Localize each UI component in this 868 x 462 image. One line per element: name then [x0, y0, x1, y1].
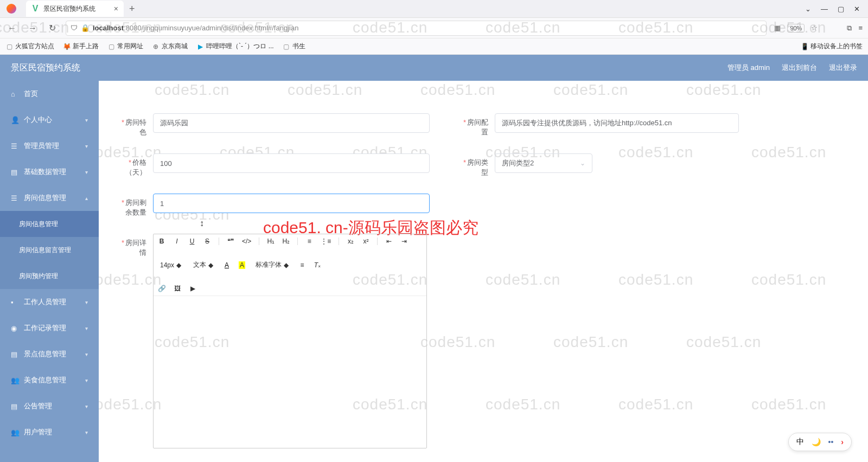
clear-format-button[interactable]: Tₓ — [314, 261, 321, 269]
label-room-type: *房间类型 — [457, 153, 488, 177]
window-minimize-icon[interactable]: — — [821, 5, 828, 13]
chevron-down-icon: ▾ — [85, 403, 88, 409]
input-remain[interactable] — [153, 194, 430, 213]
image-button[interactable]: 🖼 — [174, 285, 181, 292]
window-close-icon[interactable]: ✕ — [854, 5, 860, 13]
ul-button[interactable]: ⋮≡ — [321, 238, 331, 245]
database-icon: ▤ — [11, 168, 18, 176]
sidebar: ⌂首页 👤个人中心▾ ☰管理员管理▾ ▤基础数据管理▾ ☰房间信息管理▴ 房间信… — [0, 81, 99, 462]
sidebar-item-notice[interactable]: ▤公告管理▾ — [0, 393, 99, 419]
field-room-type: *房间类型 房间类型2 ⌄ — [457, 153, 739, 177]
sidebar-item-admin[interactable]: ☰管理员管理▾ — [0, 133, 99, 159]
field-detail: *房间详情 B I U S ❝❞ </> — [115, 234, 852, 448]
menu-icon[interactable]: ≡ — [858, 24, 863, 32]
sidebar-item-room-info[interactable]: 房间信息管理 — [0, 211, 99, 237]
sidebar-item-spot[interactable]: ▤景点信息管理▾ — [0, 341, 99, 367]
outdent-button[interactable]: ⇥ — [400, 238, 408, 245]
exit-front-button[interactable]: 退出到前台 — [782, 63, 817, 73]
window-chevron-icon[interactable]: ⌄ — [805, 5, 811, 13]
italic-button[interactable]: I — [173, 238, 181, 245]
browser-tab[interactable]: V 景区民宿预约系统 × — [26, 1, 124, 17]
nav-forward-icon[interactable]: → — [26, 21, 39, 35]
ime-toolbar[interactable]: 中 🌙 •• › — [788, 433, 852, 451]
font-size-select[interactable]: 14px ◆ — [158, 261, 183, 269]
sidebar-item-room-book[interactable]: 房间预约管理 — [0, 263, 99, 289]
bookmark-item[interactable]: ▢常用网址 — [107, 42, 143, 51]
align-button[interactable]: ≡ — [298, 261, 306, 269]
url-text: localhost:8080/jingquminsuyuyue/admin/di… — [93, 24, 298, 32]
nav-back-icon[interactable]: ← — [5, 21, 18, 35]
input-price[interactable] — [153, 153, 430, 173]
ime-moon-icon[interactable]: 🌙 — [812, 438, 821, 446]
bookmark-item[interactable]: ▶哔哩哔哩（`- ´）つロ ... — [196, 42, 274, 51]
user-icon: 👤 — [11, 116, 18, 124]
sub-button[interactable]: x₂ — [347, 238, 354, 245]
log-icon: ◉ — [11, 324, 18, 332]
ime-dots-icon[interactable]: •• — [828, 438, 834, 446]
sup-button[interactable]: x² — [362, 238, 369, 245]
bold-button[interactable]: B — [158, 238, 165, 245]
ime-lang[interactable]: 中 — [796, 437, 804, 447]
indent-button[interactable]: ⇤ — [385, 238, 393, 245]
qr-icon[interactable]: ▦ — [774, 24, 781, 32]
editor-body[interactable] — [154, 296, 426, 448]
label-room-feature: *房间特色 — [115, 113, 146, 137]
chevron-down-icon: ▾ — [85, 325, 88, 331]
food-icon: 👥 — [11, 376, 18, 384]
header-user[interactable]: 管理员 admin — [727, 63, 770, 73]
bookmark-item[interactable]: 🦊新手上路 — [63, 42, 99, 51]
code-button[interactable]: </> — [242, 238, 251, 245]
ime-next-icon[interactable]: › — [841, 438, 844, 446]
window-controls: ⌄ — ▢ ✕ — [805, 5, 868, 13]
sidebar-item-room[interactable]: ☰房间信息管理▴ — [0, 185, 99, 211]
strike-button[interactable]: S — [203, 238, 211, 245]
link-button[interactable]: 🔗 — [158, 285, 166, 292]
ol-button[interactable]: ≡ — [305, 238, 313, 245]
h1-button[interactable]: H₁ — [267, 238, 275, 245]
text-color-button[interactable]: A — [223, 261, 231, 269]
bookmark-item[interactable]: ▢书生 — [283, 42, 305, 51]
sidebar-item-user[interactable]: 👥用户管理▾ — [0, 419, 99, 445]
zoom-level[interactable]: 90% — [787, 24, 805, 33]
logout-button[interactable]: 退出登录 — [829, 63, 857, 73]
sidebar-item-food[interactable]: 👥美食信息管理▾ — [0, 367, 99, 393]
bookmark-item[interactable]: ▢火狐官方站点 — [5, 42, 54, 51]
jd-icon: ⊕ — [152, 43, 159, 50]
nav-reload-icon[interactable]: ↻ — [47, 21, 58, 35]
input-room-config[interactable] — [495, 113, 739, 133]
url-input[interactable]: 🛡 🔒 localhost:8080/jingquminsuyuyue/admi… — [66, 21, 767, 36]
editor-toolbar: B I U S ❝❞ </> H₁ H₂ — [154, 234, 426, 296]
field-price: *价格（天） — [115, 153, 430, 177]
sidebar-item-home[interactable]: ⌂首页 — [0, 81, 99, 107]
lock-icon: 🔒 — [81, 24, 90, 32]
block-select[interactable]: 文本 ◆ — [191, 260, 215, 270]
folder-icon: ▢ — [283, 43, 290, 50]
sidebar-item-base[interactable]: ▤基础数据管理▾ — [0, 159, 99, 185]
quote-button[interactable]: ❝❞ — [227, 238, 234, 245]
sidebar-item-worklog[interactable]: ◉工作记录管理▾ — [0, 315, 99, 341]
bookmark-star-icon[interactable]: ☆ — [811, 24, 818, 32]
app-brand: 景区民宿预约系统 — [11, 62, 80, 74]
bookmark-mobile[interactable]: 📱移动设备上的书签 — [801, 42, 863, 51]
select-value: 房间类型2 — [502, 158, 534, 168]
bg-color-button[interactable]: A — [238, 261, 246, 269]
sidebar-item-staff[interactable]: ▪工作人员管理▾ — [0, 289, 99, 315]
h2-button[interactable]: H₂ — [282, 238, 290, 245]
chevron-down-icon: ▾ — [85, 429, 88, 435]
spot-icon: ▤ — [11, 350, 18, 358]
font-family-select[interactable]: 标准字体 ◆ — [253, 260, 291, 270]
sidebar-item-personal[interactable]: 👤个人中心▾ — [0, 107, 99, 133]
sidebar-item-room-comment[interactable]: 房间信息留言管理 — [0, 237, 99, 263]
close-tab-icon[interactable]: × — [114, 4, 118, 13]
extensions-icon[interactable]: ⧉ — [847, 24, 852, 33]
label-detail: *房间详情 — [115, 234, 146, 258]
app-root: 景区民宿预约系统 管理员 admin 退出到前台 退出登录 ⌂首页 👤个人中心▾… — [0, 55, 868, 462]
new-tab-button[interactable]: + — [129, 3, 135, 15]
window-maximize-icon[interactable]: ▢ — [838, 5, 844, 13]
bookmark-item[interactable]: ⊕京东商城 — [152, 42, 188, 51]
select-room-type[interactable]: 房间类型2 ⌄ — [495, 153, 592, 173]
video-button[interactable]: ▶ — [189, 285, 196, 292]
input-room-feature[interactable] — [153, 113, 430, 133]
chevron-down-icon: ▾ — [85, 117, 88, 123]
underline-button[interactable]: U — [188, 238, 196, 245]
